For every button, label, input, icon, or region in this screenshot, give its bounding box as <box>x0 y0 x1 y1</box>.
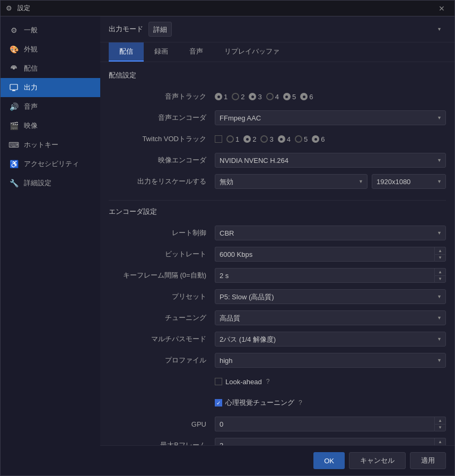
video-encoder-label: 映像エンコーダ <box>109 155 215 165</box>
max-bframes-up-button[interactable]: ▲ <box>434 438 446 445</box>
audio-encoder-select[interactable]: FFmpeg AAC CoreAudio AAC Opus <box>215 110 446 125</box>
max-bframes-spinbox: ▲ ▼ <box>215 438 446 445</box>
output-mode-select[interactable]: 詳細 基本 <box>148 22 172 37</box>
rescale-row: 出力をリスケールする 無効 有効 <box>109 174 446 189</box>
radio-4-circle <box>266 93 274 100</box>
vod-track-6[interactable]: 6 <box>312 135 325 143</box>
audio-track-6[interactable]: 6 <box>300 93 313 101</box>
video-icon: 🎬 <box>9 121 19 131</box>
audio-track-5[interactable]: 5 <box>283 93 296 101</box>
preset-select[interactable]: P1: Fastest (最低品質) P5: Slow (高品質) P7: Sl… <box>215 289 446 304</box>
vod-label-4: 4 <box>287 135 291 143</box>
rescale-select[interactable]: 無効 有効 <box>215 174 368 189</box>
tab-audio[interactable]: 音声 <box>179 42 214 62</box>
output-mode-label: 出力モード <box>109 24 143 34</box>
stream-icon <box>9 64 19 73</box>
tuning-select-wrapper: 高品質 低レイテンシー 超低レイテンシー <box>215 310 446 325</box>
max-bframes-control: ▲ ▼ <box>215 438 446 445</box>
tab-recording[interactable]: 録画 <box>144 42 179 62</box>
audio-encoder-row: 音声エンコーダ FFmpeg AAC CoreAudio AAC Opus <box>109 110 446 126</box>
audio-track-group: 1 2 3 <box>215 93 446 101</box>
preset-row: プリセット P1: Fastest (最低品質) P5: Slow (高品質) … <box>109 289 446 305</box>
cancel-button[interactable]: キャンセル <box>349 452 406 469</box>
audio-track-3[interactable]: 3 <box>249 93 261 101</box>
gpu-down-button[interactable]: ▼ <box>434 424 446 432</box>
psycho-visual-checkbox-item[interactable]: 心理視覚チューニング ? <box>215 398 446 408</box>
look-ahead-checkbox-item[interactable]: Look-ahead ? <box>215 378 446 386</box>
tuning-select[interactable]: 高品質 低レイテンシー 超低レイテンシー <box>215 310 446 325</box>
titlebar: ⚙ 設定 ✕ <box>1 1 454 16</box>
vod-radio-4 <box>278 135 285 143</box>
keyframe-input[interactable] <box>215 268 434 283</box>
bitrate-input[interactable] <box>215 247 434 262</box>
twitch-vod-checkbox[interactable] <box>215 135 222 143</box>
twitch-vod-group: 1 2 3 <box>215 135 446 143</box>
psycho-visual-help-icon: ? <box>299 399 302 406</box>
tab-replay-buffer[interactable]: リプレイバッファ <box>214 42 290 62</box>
audio-encoder-control: FFmpeg AAC CoreAudio AAC Opus <box>215 110 446 125</box>
sidebar-item-video[interactable]: 🎬 映像 <box>1 116 100 135</box>
radio-1-circle <box>215 93 222 100</box>
tuning-control: 高品質 低レイテンシー 超低レイテンシー <box>215 310 446 325</box>
profile-select[interactable]: main high baseline <box>215 353 446 368</box>
section-divider <box>109 200 446 201</box>
keyframe-spinbox: ▲ ▼ <box>215 268 446 283</box>
vod-track-1[interactable]: 1 <box>226 135 239 143</box>
tab-stream[interactable]: 配信 <box>109 42 144 62</box>
radio-2-label: 2 <box>241 93 244 101</box>
audio-track-2[interactable]: 2 <box>232 93 244 101</box>
twitch-vod-label: Twitch VODトラック <box>109 134 215 144</box>
sidebar-label-video: 映像 <box>24 121 38 131</box>
vod-track-4[interactable]: 4 <box>278 135 291 143</box>
sidebar-label-appearance: 外観 <box>24 45 38 54</box>
bitrate-down-button[interactable]: ▼ <box>434 254 446 262</box>
psycho-visual-checkbox-box <box>215 399 222 406</box>
stream-settings-header: 配信設定 <box>109 71 446 80</box>
gpu-input[interactable] <box>215 417 434 431</box>
max-bframes-input[interactable] <box>215 438 434 445</box>
sidebar-item-audio[interactable]: 🔊 音声 <box>1 97 100 116</box>
ok-button[interactable]: OK <box>313 452 345 469</box>
radio-5-circle <box>283 93 291 100</box>
resolution-select[interactable]: 1920x1080 1280x720 3840x2160 <box>372 174 446 189</box>
sidebar-item-stream[interactable]: 配信 <box>1 59 100 78</box>
gpu-spinbox: ▲ ▼ <box>215 417 446 431</box>
gpu-up-button[interactable]: ▲ <box>434 417 446 424</box>
keyframe-up-button[interactable]: ▲ <box>434 268 446 275</box>
keyframe-row: キーフレーム間隔 (0=自動) ▲ ▼ <box>109 267 446 283</box>
video-encoder-select[interactable]: NVIDIA NVENC H.264 x264 NVIDIA NVENC H.2… <box>215 153 446 168</box>
vod-track-5[interactable]: 5 <box>295 135 308 143</box>
sidebar-item-hotkeys[interactable]: ⌨ ホットキー <box>1 135 100 154</box>
multipass-select[interactable]: 無効 1パス 2パス (1/4 解像度) 2パス (フル解像度) <box>215 332 446 347</box>
rate-control-select[interactable]: CBR VBR CQP LOSSLESS <box>215 226 446 240</box>
gpu-label: GPU <box>109 420 215 428</box>
close-button[interactable]: ✕ <box>434 1 449 16</box>
radio-3-label: 3 <box>258 93 261 101</box>
rate-control-label: レート制御 <box>109 228 215 238</box>
audio-track-1[interactable]: 1 <box>215 93 228 101</box>
keyframe-down-button[interactable]: ▼ <box>434 275 446 283</box>
max-bframes-label: 最大Bフレーム <box>109 440 215 445</box>
psycho-visual-control: 心理視覚チューニング ? <box>215 398 446 408</box>
sidebar-item-accessibility[interactable]: ♿ アクセシビリティ <box>1 154 100 174</box>
vod-label-2: 2 <box>252 135 256 143</box>
gpu-row: GPU ▲ ▼ <box>109 416 446 432</box>
vod-track-2[interactable]: 2 <box>243 135 256 143</box>
vod-track-3[interactable]: 3 <box>260 135 273 143</box>
twitch-vod-checkbox-box <box>215 135 222 143</box>
bitrate-up-button[interactable]: ▲ <box>434 247 446 254</box>
sidebar-item-advanced[interactable]: 🔧 詳細設定 <box>1 174 100 193</box>
multipass-select-wrapper: 無効 1パス 2パス (1/4 解像度) 2パス (フル解像度) <box>215 332 446 347</box>
settings-icon: ⚙ <box>6 4 14 13</box>
settings-window: ⚙ 設定 ✕ ⚙ 一般 🎨 外観 <box>0 0 455 476</box>
audio-track-4[interactable]: 4 <box>266 93 279 101</box>
look-ahead-checkbox-box <box>215 378 222 385</box>
sidebar-item-output[interactable]: 出力 <box>1 78 100 97</box>
rate-control-row: レート制御 CBR VBR CQP LOSSLESS <box>109 225 446 241</box>
apply-button[interactable]: 適用 <box>410 452 446 469</box>
profile-control: main high baseline <box>215 353 446 368</box>
sidebar-label-output: 出力 <box>24 83 38 92</box>
vod-radio-2 <box>243 135 251 143</box>
sidebar-item-appearance[interactable]: 🎨 外観 <box>1 40 100 59</box>
sidebar-item-general[interactable]: ⚙ 一般 <box>1 21 100 40</box>
